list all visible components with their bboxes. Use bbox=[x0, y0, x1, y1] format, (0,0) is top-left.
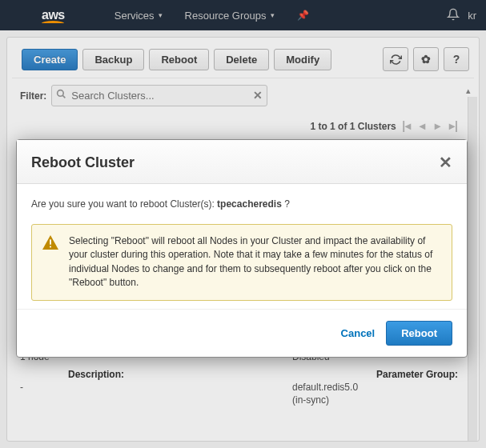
svg-rect-4 bbox=[50, 246, 51, 248]
reboot-confirm-button[interactable]: Reboot bbox=[386, 321, 452, 346]
warning-box: Selecting "Reboot" will reboot all Nodes… bbox=[31, 224, 452, 301]
warning-text: Selecting "Reboot" will reboot all Nodes… bbox=[69, 235, 432, 288]
cancel-button[interactable]: Cancel bbox=[341, 327, 376, 339]
warning-icon bbox=[42, 234, 59, 250]
close-icon[interactable]: ✕ bbox=[439, 153, 452, 172]
svg-rect-3 bbox=[50, 239, 51, 244]
modal-title: Reboot Cluster bbox=[31, 154, 135, 171]
reboot-modal: Reboot Cluster ✕ Are you sure you want t… bbox=[16, 139, 468, 358]
confirm-text: Are you sure you want to reboot Cluster(… bbox=[31, 198, 452, 210]
cluster-name: tpecacheredis bbox=[217, 198, 282, 210]
